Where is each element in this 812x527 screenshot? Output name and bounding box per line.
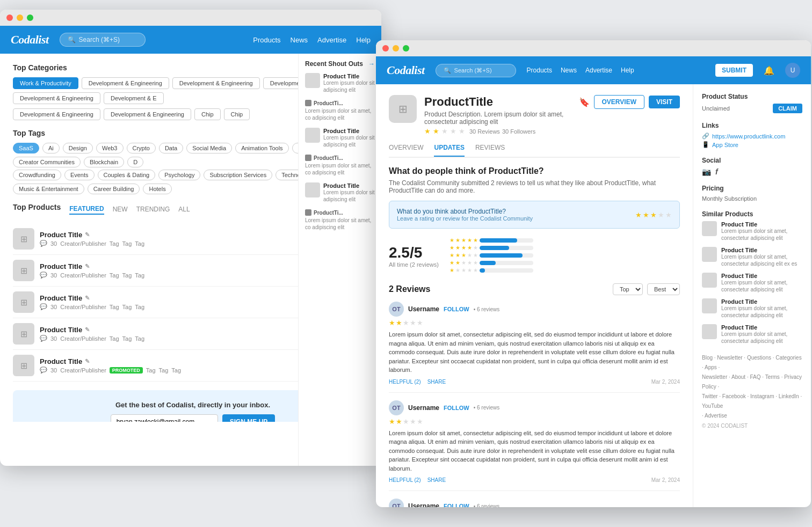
tag-crypto[interactable]: Crypto [127,143,156,153]
shoutouts-arrow[interactable]: → [368,60,375,68]
chip-dev-eng-2[interactable]: Development & Engineering [172,77,260,89]
chip-chip-1[interactable]: Chip [194,108,221,120]
similar-thumb-4 [702,298,717,313]
bookmark-icon[interactable]: 🔖 [579,97,590,107]
link-icon-1: 🔗 [702,133,709,140]
comment-icon-3: 💬 [40,303,47,310]
chip-dev-eng-1[interactable]: Development & Engineering [82,77,169,89]
notification-icon[interactable]: 🔔 [764,65,774,76]
minimize-icon-2[interactable] [393,45,399,52]
helpful-btn-2[interactable]: HELPFUL (2) [389,477,421,483]
chip-chip-2[interactable]: Chip [224,108,250,120]
tag-blockchain[interactable]: Blockchain [84,157,124,167]
tag-creator-communities[interactable]: Creator Communities [13,157,81,167]
close-icon-2[interactable] [382,45,389,52]
visit-button[interactable]: VISIT [649,96,680,108]
rating-bar-label-3: ★★★★★ [450,252,476,258]
chip-dev-eng-5[interactable]: Development & E [104,92,164,104]
nav-products-2[interactable]: Products [527,67,552,74]
tag-psychology[interactable]: Psychology [158,170,200,180]
rating-bar-label-5: ★★★★★ [450,237,476,243]
comment-icon-5: 💬 [40,367,47,374]
minimize-icon[interactable] [17,14,23,21]
claim-button[interactable]: CLAIM [773,104,802,113]
tag-design[interactable]: Design [63,143,93,153]
reviewer-avatar-3: OT [389,499,404,507]
tab-featured[interactable]: FEATURED [69,205,104,215]
tag-crowdfunding[interactable]: Crowdfunding [13,170,61,180]
tag-ai[interactable]: Ai [42,143,60,153]
maximize-icon[interactable] [27,14,33,21]
tag-data[interactable]: Data [159,143,183,153]
sidebar-2: Product Status Unclaimed CLAIM Links 🔗 h… [693,84,811,507]
shoutout-title-3[interactable]: Product Title [323,128,375,134]
chip-dev-eng-4[interactable]: Development & Engineering [13,92,100,104]
similar-title-5[interactable]: Product Title [721,324,802,331]
search-bar-1[interactable]: 🔍 Search (⌘+S) [60,33,146,47]
shoutout-label-4: ProductTi... [305,155,375,161]
follow-button[interactable]: OVERVIEW [594,95,644,109]
chip-work-productivity[interactable]: Work & Productivity [13,77,78,89]
tag-social-media[interactable]: Social Media [186,143,232,153]
nav-news-2[interactable]: News [561,67,577,74]
nav-advertise-1[interactable]: Advertise [317,36,346,44]
tag-animation-tools[interactable]: Animation Tools [235,143,288,153]
signup-button[interactable]: SIGN ME UP [222,414,276,422]
tag-saas[interactable]: SaaS [13,143,39,153]
tag-music-entertainment[interactable]: Music & Entertainment [13,184,84,194]
similar-title-1[interactable]: Product Title [721,221,802,228]
tag-hotels[interactable]: Hotels [143,184,171,194]
product-link-appstore[interactable]: 📱 App Store [702,141,802,148]
tab-new[interactable]: NEW [113,206,128,214]
nav-advertise-2[interactable]: Advertise [585,67,612,74]
star-1: ★ [424,127,431,135]
tag-couples-dating[interactable]: Couples & Dating [98,170,156,180]
tab-overview[interactable]: OVERVIEW [389,144,423,157]
tag-subscription-services[interactable]: Subscription Services [204,170,272,180]
maximize-icon-2[interactable] [403,45,409,52]
nav-help-1[interactable]: Help [356,36,371,44]
share-btn-1[interactable]: SHARE [427,379,446,385]
chip-dev-eng-6[interactable]: Development & Engineering [13,108,100,120]
nav-products-1[interactable]: Products [253,36,280,44]
reviewer-follow-2[interactable]: FOLLOW [444,405,469,411]
similar-title-3[interactable]: Product Title [721,273,802,279]
logo-1: Codalist [11,33,49,47]
chip-dev-eng-7[interactable]: Development & Engineering [104,108,191,120]
links-section: Links 🔗 https://www.productlink.com 📱 Ap… [702,122,802,148]
product-stars-row: ★ ★ ★ ★ ★ 30 Reviews 30 Followers [424,127,571,135]
share-btn-2[interactable]: SHARE [427,477,446,483]
shoutout-title-1[interactable]: Product Title [323,73,375,79]
tag-career-building[interactable]: Career Building [88,184,140,194]
sort-top-select[interactable]: Top [613,283,643,295]
product-link-url[interactable]: 🔗 https://www.productlink.com [702,133,802,140]
followers-count-badge: 30 Followers [502,128,535,135]
similar-title-4[interactable]: Product Title [721,298,802,305]
tab-reviews[interactable]: REVIEWS [475,144,505,157]
shoutout-title-5[interactable]: Product Title [323,182,375,189]
nav-news-1[interactable]: News [291,36,308,44]
instagram-icon[interactable]: 📷 [702,167,711,176]
tab-updates[interactable]: UPDATES [434,144,464,157]
reviewer-follow-3[interactable]: FOLLOW [444,503,469,507]
avatar[interactable]: U [785,63,800,78]
facebook-icon[interactable]: f [715,167,718,176]
similar-title-2[interactable]: Product Title [721,247,802,253]
close-icon[interactable] [6,14,13,21]
similar-thumb-1 [702,221,717,236]
tag-d[interactable]: D [127,157,143,167]
helpful-btn-1[interactable]: HELPFUL (2) [389,379,421,385]
search-bar-2[interactable]: 🔍 Search (⌘+S) [436,64,516,77]
newsletter-email-input[interactable] [111,414,218,422]
reviewer-follow-1[interactable]: FOLLOW [444,306,469,312]
product-thumb-3: ⊞ [13,291,34,313]
tag-events[interactable]: Events [64,170,95,180]
ask-stars[interactable]: ★ ★ ★ ★ ★ [635,211,672,219]
sort-best-select[interactable]: Best [647,283,680,295]
submit-button[interactable]: SUBMIT [715,64,753,77]
nav-help-2[interactable]: Help [621,67,634,74]
tab-trending[interactable]: TRENDING [136,206,170,214]
tag-web3[interactable]: Web3 [96,143,124,153]
ask-box[interactable]: What do you think about ProductTitle? Le… [389,201,680,229]
tab-all[interactable]: ALL [178,206,190,214]
